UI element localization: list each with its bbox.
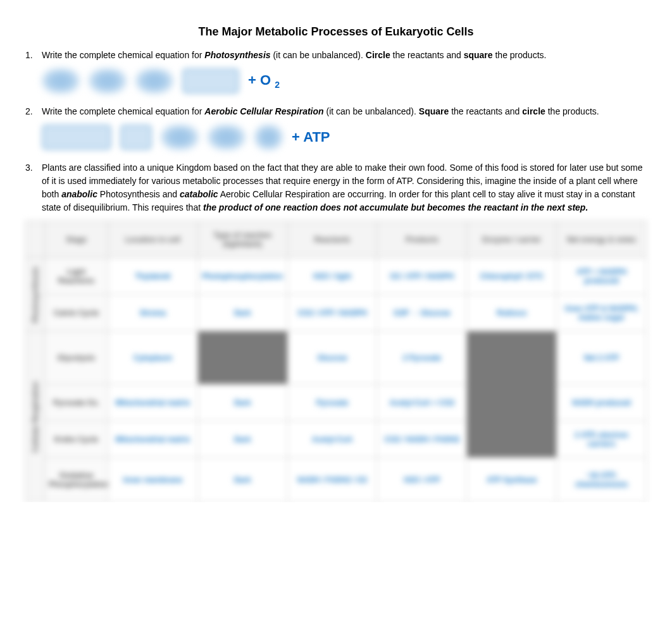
- cell: Mitochondrial matrix: [108, 384, 198, 421]
- blurred-product-1: [182, 68, 239, 94]
- cell: Uses ATP & NADPH; makes sugar: [557, 295, 647, 331]
- cell: Stroma: [108, 295, 198, 331]
- q3-anabolic: anabolic: [61, 189, 97, 199]
- equation-1: + O 2: [42, 68, 647, 94]
- q3-emphasis: the product of one reaction does not acc…: [203, 202, 588, 212]
- cell: 2 ATP, electron carriers: [557, 421, 647, 458]
- blurred-reactant-4: [120, 125, 152, 150]
- question-2: 2. Write the complete chemical equation …: [25, 105, 647, 118]
- cell: Photophosphorylation: [197, 258, 287, 295]
- cell: Dark: [197, 421, 287, 458]
- cell: Chlorophyll / ETC: [467, 258, 557, 295]
- blurred-arrow: [135, 68, 173, 94]
- question-1: 1. Write the complete chemical equation …: [25, 49, 647, 62]
- cell: Mitochondrial matrix: [108, 421, 198, 458]
- cell: G3P → Glucose: [377, 295, 467, 331]
- cell: H2O / light: [287, 258, 377, 295]
- q2-text-b: (it can be unbalanced).: [326, 106, 418, 116]
- cell: ATP + NADPH produced: [557, 258, 647, 295]
- cell: ATP Synthase: [467, 458, 557, 502]
- side-photosynthesis: Photosynthesis: [26, 258, 45, 331]
- cell: CO2 / NADH / FADH2: [377, 421, 467, 458]
- cell: Dark: [197, 458, 287, 502]
- th-location: Location in cell: [108, 221, 198, 258]
- row-label: Oxidative Phosphorylation: [45, 458, 108, 502]
- metabolic-table-blurred: Stage Location in cell Type of reaction …: [25, 221, 647, 502]
- cell: NADH / FADH2 / O2: [287, 458, 377, 502]
- row-label: Pyruvate Ox.: [45, 384, 108, 421]
- cell: Acetyl-CoA: [287, 421, 377, 458]
- q3-p2: Photosynthesis and: [100, 189, 180, 199]
- row-label: Calvin Cycle: [45, 295, 108, 331]
- row-label: Krebs Cycle: [45, 421, 108, 458]
- th-enzyme: Enzyme / carrier: [467, 221, 557, 258]
- cell: 2 Pyruvate: [377, 331, 467, 384]
- cell: Dark: [197, 384, 287, 421]
- q1-circle: Circle: [366, 50, 390, 60]
- equation-2: + ATP: [42, 125, 647, 150]
- th-type: Type of reaction (light/dark): [197, 221, 287, 258]
- cell: Pyruvate: [287, 384, 377, 421]
- cell: Net 2 ATP: [557, 331, 647, 384]
- th-blank1: [26, 221, 45, 258]
- cell: NADH produced: [557, 384, 647, 421]
- cell: H2O / ATP: [377, 458, 467, 502]
- table-row: Cellular Respiration Glycolysis Cytoplas…: [26, 331, 647, 384]
- cell: Dark: [197, 295, 287, 331]
- blurred-product-3: [208, 125, 246, 150]
- row-label: Light Reactions: [45, 258, 108, 295]
- blurred-reactant-2: [89, 68, 127, 94]
- table-row: Calvin Cycle Stroma Dark CO2 / ATP / NAD…: [26, 295, 647, 331]
- q1-text-a: Write the complete chemical equation for: [42, 50, 204, 60]
- cell: Cytoplasm: [108, 331, 198, 384]
- table-row: Oxidative Phosphorylation Inner membrane…: [26, 458, 647, 502]
- cell: Rubisco: [467, 295, 557, 331]
- question-3: 3. Plants are classified into a unique K…: [25, 161, 647, 214]
- row-label: Glycolysis: [45, 331, 108, 384]
- q2-text-a: Write the complete chemical equation for: [42, 106, 204, 116]
- q1-text-c: the reactants and: [393, 50, 464, 60]
- blurred-reactant-1: [42, 68, 80, 94]
- cell: CO2 / ATP / NADPH: [287, 295, 377, 331]
- q2-circle: circle: [522, 106, 545, 116]
- cell-shaded: [197, 331, 287, 384]
- q3-catabolic: catabolic: [180, 189, 218, 199]
- q2-term: Aerobic Cellular Respiration: [204, 106, 323, 116]
- table-row: Photosynthesis Light Reactions Thylakoid…: [26, 258, 647, 295]
- th-stage: Stage: [45, 221, 108, 258]
- q1-term: Photosynthesis: [204, 50, 270, 60]
- cell-shaded: [467, 331, 557, 458]
- q3-number: 3.: [25, 161, 42, 214]
- cell: Thylakoid: [108, 258, 198, 295]
- q2-square: Square: [419, 106, 449, 116]
- eq2-visible: + ATP: [292, 129, 330, 145]
- page-title: The Major Metabolic Processes of Eukaryo…: [25, 25, 647, 39]
- th-products: Products: [377, 221, 467, 258]
- cell: O2 / ATP / NADPH: [377, 258, 467, 295]
- th-reactants: Reactants: [287, 221, 377, 258]
- cell: Acetyl-CoA + CO2: [377, 384, 467, 421]
- table-header-row: Stage Location in cell Type of reaction …: [26, 221, 647, 258]
- q2-number: 2.: [25, 105, 42, 118]
- q1-number: 1.: [25, 49, 42, 62]
- q1-text-b: (it can be unbalanced).: [273, 50, 365, 60]
- q2-text-d: the products.: [548, 106, 599, 116]
- q1-square: square: [464, 50, 493, 60]
- q2-text-c: the reactants and: [451, 106, 522, 116]
- side-respiration: Cellular Respiration: [26, 331, 45, 502]
- blurred-product-4: [254, 125, 283, 150]
- cell: ~34 ATP; chemiosmosis: [557, 458, 647, 502]
- q1-text-d: the products.: [495, 50, 546, 60]
- blurred-product-2: [161, 125, 199, 150]
- cell: Glucose: [287, 331, 377, 384]
- cell: Inner membrane: [108, 458, 198, 502]
- th-notes: Net energy & notes: [557, 221, 647, 258]
- eq1-visible: + O 2: [248, 72, 280, 90]
- blurred-reactant-3: [42, 125, 111, 150]
